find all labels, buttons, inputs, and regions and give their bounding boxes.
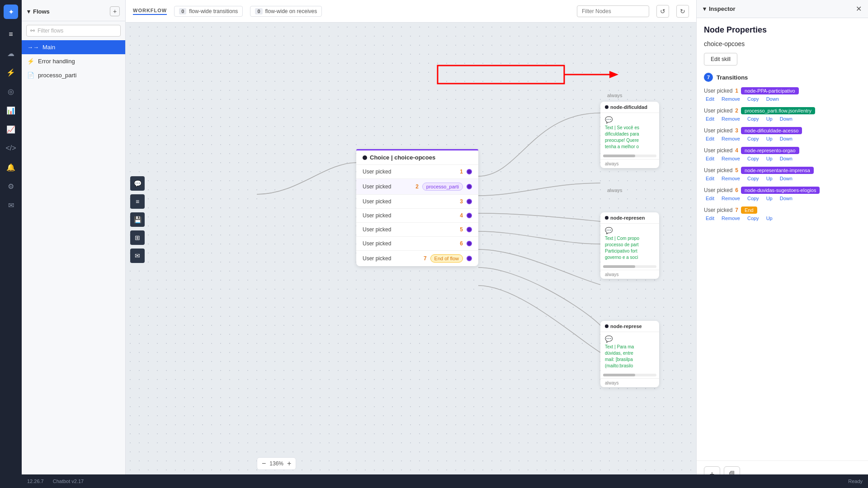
te-label-4: User picked xyxy=(704,147,732,154)
transition-row-2[interactable]: User picked 2 processo_parti xyxy=(356,179,478,195)
flow-wide-transitions-tab[interactable]: 0 flow-wide transitions xyxy=(174,6,243,17)
canvas-tool-split[interactable]: ⊞ xyxy=(130,230,145,245)
te-up-7[interactable]: Up xyxy=(766,216,773,221)
te-remove-5[interactable]: Remove xyxy=(722,176,740,181)
transition-row-3[interactable]: User picked 3 xyxy=(356,195,478,209)
side-node-scrollbar-3[interactable] xyxy=(603,374,656,376)
te-up-5[interactable]: Up xyxy=(766,176,773,181)
sidebar-item-error-handling[interactable]: ⚡ Error handling xyxy=(22,54,125,68)
side-node-represento[interactable]: node-represen 💬 Text | Com propoprocesso… xyxy=(600,212,659,279)
te-edit-6[interactable]: Edit xyxy=(706,196,714,201)
te-copy-2[interactable]: Copy xyxy=(747,116,759,122)
choice-node[interactable]: Choice | choice-opcoes User picked 1 Use… xyxy=(356,149,478,266)
canvas-tool-mail[interactable]: ✉ xyxy=(130,249,145,263)
te-up-4[interactable]: Up xyxy=(766,156,773,161)
canvas-tool-chat[interactable]: 💬 xyxy=(130,176,145,191)
te-num-7: 7 xyxy=(735,207,738,213)
te-num-3: 3 xyxy=(735,127,738,134)
nav-lightning-icon[interactable]: ⚡ xyxy=(3,64,19,80)
te-actions-3: Edit Remove Copy Up Down xyxy=(704,136,861,141)
transition-row-7[interactable]: User picked 7 End of flow xyxy=(356,251,478,266)
flow-icon-processo: 📄 xyxy=(27,72,34,79)
te-copy-3[interactable]: Copy xyxy=(747,136,759,141)
chat-icon-3: 💬 xyxy=(605,335,613,343)
undo-button[interactable]: ↺ xyxy=(656,5,669,18)
nav-cloud-icon[interactable]: ☁ xyxy=(3,45,19,61)
te-actions-6: Edit Remove Copy Up Down xyxy=(704,196,861,201)
te-down-4[interactable]: Down xyxy=(780,156,793,161)
canvas-tool-save[interactable]: 💾 xyxy=(130,212,145,227)
transition-row-6[interactable]: User picked 6 xyxy=(356,237,478,251)
te-up-2[interactable]: Up xyxy=(766,116,773,122)
nav-analytics-icon[interactable]: 📊 xyxy=(3,102,19,118)
te-copy-7[interactable]: Copy xyxy=(747,216,759,221)
inspector-close-button[interactable]: ✕ xyxy=(856,5,862,13)
sidebar-item-main[interactable]: →→ Main xyxy=(22,40,125,54)
nav-bell-icon[interactable]: 🔔 xyxy=(3,159,19,175)
nav-integrate-icon[interactable]: ⚙ xyxy=(3,178,19,194)
te-edit-3[interactable]: Edit xyxy=(706,136,714,141)
side-node-dificuldade[interactable]: node-dificuldad 💬 Text | Se você esdific… xyxy=(600,102,659,168)
transition-dot-6 xyxy=(467,241,472,246)
nav-mail-icon[interactable]: ✉ xyxy=(3,197,19,213)
transition-label-3: User picked xyxy=(363,198,456,205)
sidebar-item-processo-parti[interactable]: 📄 processo_parti xyxy=(22,68,125,82)
transition-row-5[interactable]: User picked 5 xyxy=(356,223,478,237)
te-up-6[interactable]: Up xyxy=(766,196,773,201)
side-node-scrollbar-2[interactable] xyxy=(603,265,656,268)
add-flow-button[interactable]: + xyxy=(110,6,120,16)
transition-row-4[interactable]: User picked 4 xyxy=(356,209,478,223)
redo-button[interactable]: ↻ xyxy=(676,5,689,18)
te-remove-2[interactable]: Remove xyxy=(722,116,740,122)
te-down-2[interactable]: Down xyxy=(780,116,793,122)
te-down-3[interactable]: Down xyxy=(780,136,793,141)
zoom-out-button[interactable]: − xyxy=(262,460,266,468)
te-edit-2[interactable]: Edit xyxy=(706,116,714,122)
zoom-in-button[interactable]: + xyxy=(287,460,291,468)
te-copy-1[interactable]: Copy xyxy=(747,96,759,102)
te-down-1[interactable]: Down xyxy=(766,96,779,102)
te-edit-4[interactable]: Edit xyxy=(706,156,714,161)
transition-num-2: 2 xyxy=(415,183,419,190)
te-down-5[interactable]: Down xyxy=(780,176,793,181)
transition-entry-row-2: User picked 2 processo_parti.flow.json#e… xyxy=(704,107,861,114)
te-edit-5[interactable]: Edit xyxy=(706,176,714,181)
inspector-title-label: Inspector xyxy=(709,5,736,12)
te-down-6[interactable]: Down xyxy=(780,196,793,201)
te-copy-4[interactable]: Copy xyxy=(747,156,759,161)
edit-skill-button[interactable]: Edit skill xyxy=(704,53,737,66)
nav-code-icon[interactable]: </> xyxy=(3,140,19,156)
flow-wide-on-receives-tab[interactable]: 0 flow-wide on receives xyxy=(250,6,322,17)
transition-row-1[interactable]: User picked 1 xyxy=(356,165,478,179)
te-label-7: User picked xyxy=(704,207,732,213)
side-node-dificuldade-label: node-dificuldad xyxy=(610,104,647,110)
te-actions-1: Edit Remove Copy Down xyxy=(704,96,861,102)
side-node-represento2[interactable]: node-represe 💬 Text | Para madúvidas, en… xyxy=(600,321,659,387)
transition-dot-5 xyxy=(467,227,472,232)
te-edit-1[interactable]: Edit xyxy=(706,96,714,102)
te-remove-6[interactable]: Remove xyxy=(722,196,740,201)
svg-rect-0 xyxy=(438,66,564,84)
nav-flows-icon[interactable]: ≡ xyxy=(3,26,19,42)
main-area: WORKFLOW 0 flow-wide transitions 0 flow-… xyxy=(126,0,696,488)
te-edit-7[interactable]: Edit xyxy=(706,216,714,221)
te-copy-5[interactable]: Copy xyxy=(747,176,759,181)
side-node-dificuldade-always: always xyxy=(600,159,659,168)
te-remove-3[interactable]: Remove xyxy=(722,136,740,141)
te-num-1: 1 xyxy=(735,88,738,94)
te-up-3[interactable]: Up xyxy=(766,136,773,141)
nav-chart-icon[interactable]: 📈 xyxy=(3,121,19,137)
te-copy-6[interactable]: Copy xyxy=(747,196,759,201)
side-node-represento-label: node-represen xyxy=(610,215,645,221)
filter-flows-input[interactable]: ⚯ Filter flows xyxy=(26,25,121,37)
te-actions-4: Edit Remove Copy Up Down xyxy=(704,156,861,161)
side-node-dot-3 xyxy=(605,324,609,328)
te-remove-1[interactable]: Remove xyxy=(722,96,740,102)
canvas-tool-list[interactable]: ≡ xyxy=(130,194,145,209)
side-node-scrollbar-1[interactable] xyxy=(603,155,656,157)
te-remove-4[interactable]: Remove xyxy=(722,156,740,161)
nav-circle-icon[interactable]: ◎ xyxy=(3,83,19,99)
side-node-represento2-header: node-represe xyxy=(600,321,659,332)
te-remove-7[interactable]: Remove xyxy=(722,216,740,221)
filter-nodes-input[interactable] xyxy=(577,5,649,17)
